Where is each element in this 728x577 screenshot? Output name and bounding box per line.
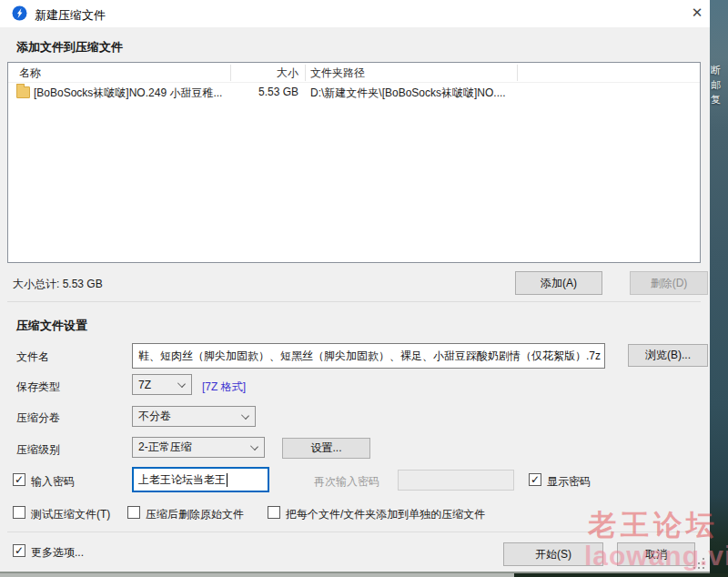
delete-original-checkbox[interactable]	[127, 506, 140, 519]
volume-dropdown[interactable]: 不分卷	[132, 406, 256, 427]
chevron-down-icon	[241, 411, 249, 420]
password-checkbox[interactable]	[13, 473, 25, 486]
file-row[interactable]: [BoBoSocks袜啵啵]NO.249 小甜豆稚... 5.53 GB D:\…	[8, 84, 700, 103]
save-type-label: 保存类型	[16, 380, 60, 395]
file-size-cell: 5.53 GB	[231, 86, 298, 98]
file-name-cell: [BoBoSocks袜啵啵]NO.249 小甜豆稚...	[34, 86, 228, 101]
titlebar[interactable]: 新建压缩文件 ✕	[0, 0, 710, 27]
column-separator[interactable]	[305, 65, 306, 81]
screen: 断 邮 复 新建压缩文件 ✕ 添加文件到压缩文件 名称 大小 文件夹路径	[0, 0, 728, 577]
separate-archive-label: 把每个文件/文件夹添加到单独的压缩文件	[286, 507, 485, 522]
add-button[interactable]: 添加(A)	[515, 271, 602, 295]
file-list[interactable]: 名称 大小 文件夹路径 [BoBoSocks袜啵啵]NO.249 小甜豆稚...…	[7, 62, 701, 263]
volume-label: 压缩分卷	[16, 410, 60, 426]
show-password-label: 显示密码	[547, 474, 591, 490]
desktop-background-strip: 断 邮 复	[710, 0, 728, 577]
settings-button[interactable]: 设置...	[282, 438, 370, 459]
desktop-background-bottom	[514, 573, 728, 577]
column-header-name[interactable]: 名称	[19, 66, 41, 81]
confirm-password-input[interactable]	[398, 470, 514, 491]
separate-archive-checkbox[interactable]	[268, 506, 280, 519]
more-options-label: 更多选项...	[31, 545, 84, 561]
start-button[interactable]: 开始(S)	[503, 542, 603, 566]
column-header-path[interactable]: 文件夹路径	[310, 66, 365, 81]
password-checkbox-label: 输入密码	[31, 474, 75, 490]
desktop-label-fragment: 断	[711, 64, 721, 77]
divider	[7, 531, 701, 532]
save-type-value: 7Z	[138, 379, 151, 391]
add-files-heading: 添加文件到压缩文件	[16, 39, 123, 56]
column-header-size[interactable]: 大小	[231, 66, 298, 81]
filename-text: 鞋、短肉丝（脚尖加固款）、短黑丝（脚尖加固款）、裸足、小甜豆踩酸奶剧情（仅花絮版…	[138, 349, 601, 364]
browse-button[interactable]: 浏览(B)...	[628, 344, 708, 367]
test-archive-checkbox[interactable]	[13, 506, 25, 519]
level-label: 压缩级别	[16, 442, 60, 458]
chevron-down-icon	[250, 442, 258, 450]
divider	[7, 301, 701, 302]
filename-input[interactable]: 鞋、短肉丝（脚尖加固款）、短黑丝（脚尖加固款）、裸足、小甜豆踩酸奶剧情（仅花絮版…	[132, 343, 605, 369]
column-separator[interactable]	[230, 65, 231, 81]
app-logo-icon	[12, 5, 27, 21]
folder-icon	[16, 86, 30, 98]
filename-label: 文件名	[16, 349, 49, 365]
delete-original-label: 压缩后删除原始文件	[146, 507, 244, 522]
volume-value: 不分卷	[138, 409, 171, 424]
password-text: 上老王论坛当老王	[138, 472, 226, 488]
cancel-button[interactable]: 取消	[617, 542, 695, 566]
list-header: 名称 大小 文件夹路径	[8, 63, 700, 83]
desktop-label-fragment: 复	[711, 93, 721, 106]
format-link[interactable]: [7Z 格式]	[202, 380, 246, 395]
new-archive-dialog: 新建压缩文件 ✕ 添加文件到压缩文件 名称 大小 文件夹路径 [BoBoSock…	[0, 0, 710, 573]
save-type-dropdown[interactable]: 7Z	[132, 374, 192, 395]
chevron-down-icon	[177, 380, 186, 388]
total-size-label: 大小总计: 5.53 GB	[13, 277, 103, 292]
confirm-password-label: 再次输入密码	[314, 474, 379, 490]
resize-grip[interactable]	[693, 558, 706, 571]
show-password-checkbox[interactable]	[529, 473, 541, 486]
window-title: 新建压缩文件	[35, 7, 106, 24]
level-dropdown[interactable]: 2-正常压缩	[132, 437, 265, 458]
level-value: 2-正常压缩	[138, 440, 192, 455]
close-icon[interactable]: ✕	[684, 0, 710, 25]
delete-button[interactable]: 删除(D)	[630, 271, 708, 295]
test-archive-label: 测试压缩文件(T)	[31, 507, 110, 522]
password-input[interactable]: 上老王论坛当老王	[132, 467, 269, 492]
archive-settings-heading: 压缩文件设置	[16, 318, 87, 334]
text-cursor	[227, 473, 228, 487]
desktop-label-fragment: 邮	[711, 78, 721, 92]
more-options-checkbox[interactable]	[13, 544, 25, 557]
column-separator[interactable]	[517, 65, 518, 81]
window-bottom-edge	[0, 573, 514, 577]
file-path-cell: D:\新建文件夹\[BoBoSocks袜啵啵]NO....	[310, 86, 516, 101]
